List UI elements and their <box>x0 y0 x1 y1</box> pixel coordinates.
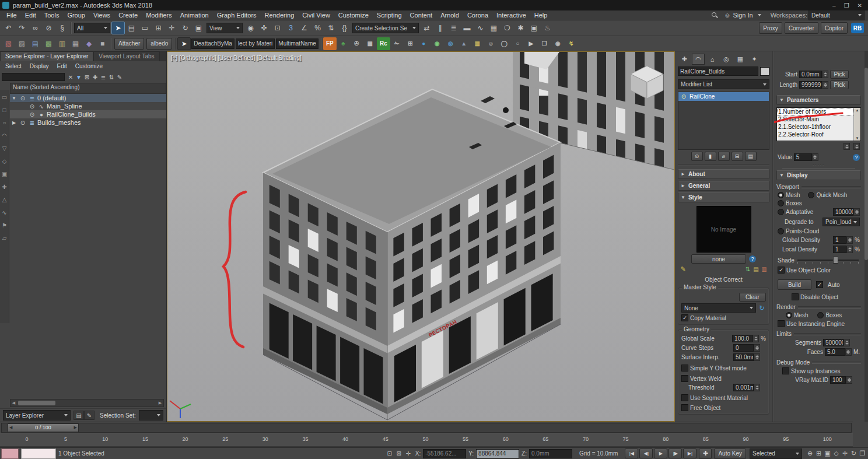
zoom-all-icon[interactable]: ⊞ <box>814 450 823 457</box>
boxes-radio[interactable] <box>778 200 784 206</box>
explorer-search-input[interactable] <box>2 73 65 81</box>
selection-filter-dropdown[interactable]: All <box>74 23 110 33</box>
time-slider-handle[interactable]: ◀ 0 / 100 ▶ <box>8 423 79 432</box>
rollout-resize-handle[interactable]: ∙∙∙∙∙ <box>782 163 855 169</box>
parameter-list-item[interactable]: 2.Selector-Main <box>777 115 853 123</box>
display-toggle-icon-9[interactable]: △ <box>1 196 9 203</box>
go-to-start-button[interactable]: |◀ <box>625 449 638 458</box>
object-row-railclone-builds[interactable]: ⊙ ● RailClone_Builds <box>10 110 166 118</box>
modifier-list-dropdown[interactable]: Modifier List <box>678 79 769 89</box>
build-button[interactable]: Build <box>778 279 811 290</box>
show-end-result-icon[interactable]: ▮ <box>705 152 716 161</box>
mountain-icon[interactable]: ▲ <box>457 37 471 50</box>
viewport[interactable]: РЕСТОРАН [+] [Orthographic] [User Define… <box>167 51 675 422</box>
render-mesh-radio[interactable] <box>786 312 792 318</box>
menu-item[interactable]: Civil View <box>298 11 334 19</box>
display-toggle-icon-11[interactable]: ⚑ <box>1 222 9 229</box>
isolate-selection-icon[interactable]: ⊡ <box>385 450 394 457</box>
object-color-swatch[interactable] <box>760 67 769 76</box>
visibility-eye-icon[interactable]: ⊙ <box>19 119 27 126</box>
pin-stack-icon[interactable]: ⊙ <box>691 152 703 161</box>
master-style-none-dropdown[interactable]: None <box>681 303 756 313</box>
reorder-up-icon[interactable] <box>844 143 850 150</box>
play-icon[interactable]: ▶ <box>524 37 538 50</box>
fp-icon[interactable]: FP <box>323 37 337 50</box>
tab-viewport-layout[interactable]: Viewport Layout Tabs <box>93 51 159 61</box>
albedo-button[interactable]: albedo <box>146 38 172 50</box>
plugin-icon-2[interactable]: ▨ <box>15 37 29 50</box>
plugin-icon-5[interactable]: ▥ <box>55 37 69 50</box>
menu-item[interactable]: File <box>2 11 21 19</box>
x-coordinate-field[interactable]: -55186.62... <box>423 449 466 458</box>
sphere-icon[interactable]: ● <box>417 37 430 50</box>
cut-tool-icon[interactable]: ✁ <box>390 37 404 50</box>
angle-snap-icon[interactable]: ∠ <box>298 22 311 34</box>
render-boxes-radio[interactable] <box>817 312 824 318</box>
minimize-button[interactable]: – <box>832 2 836 9</box>
show-instances-checkbox[interactable] <box>782 367 789 374</box>
pan-icon[interactable]: ✛ <box>841 450 849 457</box>
z-coordinate-field[interactable]: 0.0mm <box>529 449 572 458</box>
rollout-display[interactable]: ▼ Display <box>776 170 861 180</box>
display-toggle-icon-8[interactable]: ✚ <box>1 183 9 190</box>
expand-arrow-icon[interactable]: ▶ <box>11 120 17 125</box>
style-export-icon[interactable]: ▥ <box>760 265 768 272</box>
style-save-icon[interactable]: ▤ <box>752 265 760 272</box>
mirror-icon[interactable]: ⇄ <box>420 22 433 34</box>
menu-item[interactable]: Content <box>406 11 437 19</box>
style-sync-icon[interactable]: ⇅ <box>744 265 752 272</box>
ring-icon[interactable]: ○ <box>511 37 524 50</box>
vray-matid-spinner[interactable]: 100 <box>830 376 852 384</box>
segments-spinner[interactable]: 500000 <box>823 339 850 346</box>
percent-snap-icon[interactable]: % <box>311 22 324 34</box>
menu-item[interactable]: Edit <box>21 11 40 19</box>
parameter-list-item[interactable]: 2.2.Selector-Roof <box>777 131 853 138</box>
lock-selection-icon[interactable]: ⊠ <box>394 450 404 457</box>
window-crossing-icon[interactable]: ⊞ <box>152 22 165 34</box>
plugin-icon-3[interactable]: ▤ <box>29 37 42 50</box>
rollout-general[interactable]: ► General <box>678 181 769 191</box>
puzzle-icon[interactable]: ❒ <box>538 37 551 50</box>
use-pivot-point-icon[interactable]: ◉ <box>244 22 257 34</box>
display-toggle-icon-5[interactable]: ▽ <box>1 145 9 152</box>
object-row-main-spline[interactable]: ⊙ ∿ Main_Spline <box>10 102 166 110</box>
degrade-to-dropdown[interactable]: Poin_loud <box>822 218 860 226</box>
length-spinner[interactable]: 9999999 <box>799 81 828 89</box>
rb-button[interactable]: RB <box>851 23 864 33</box>
workspace-dropdown[interactable]: Default <box>808 10 864 20</box>
absolute-mode-icon[interactable]: ✛ <box>404 450 413 457</box>
chart-icon[interactable]: ▥ <box>471 37 484 50</box>
select-and-move-icon[interactable]: ✛ <box>165 22 178 34</box>
visibility-eye-icon[interactable]: ⊙ <box>28 111 36 118</box>
proxy-button[interactable]: Proxy <box>759 22 782 34</box>
horizontal-scrollbar[interactable]: ◀ ▶ <box>10 399 164 407</box>
menu-item[interactable]: Create <box>114 11 142 19</box>
local-density-spinner[interactable]: 1 <box>833 246 853 253</box>
scroll-left-icon[interactable]: ◀ <box>10 401 17 405</box>
spinner-snap-icon[interactable]: ⇅ <box>324 22 338 34</box>
maximize-viewport-icon[interactable]: ❐ <box>858 450 867 457</box>
auto-checkbox[interactable]: ✓ <box>816 281 823 288</box>
explorer-edit-icon[interactable]: ✎ <box>84 411 94 420</box>
display-tab-icon[interactable]: ▦ <box>734 54 747 65</box>
render-setup-icon[interactable]: ✱ <box>514 22 527 34</box>
global-density-spinner[interactable]: 1 <box>833 236 853 244</box>
display-toggle-icon-7[interactable]: ▣ <box>1 170 9 177</box>
tab-scene-explorer[interactable]: Scene Explorer - Layer Explorer <box>0 51 93 61</box>
scroll-right-icon[interactable]: ▶ <box>157 401 163 405</box>
curve-editor-icon[interactable]: ∿ <box>474 22 487 34</box>
disable-object-checkbox[interactable] <box>792 293 799 300</box>
previous-frame-button[interactable]: ◀| <box>639 449 653 458</box>
pointer-tool-icon[interactable]: ➤ <box>177 37 191 50</box>
menu-item[interactable]: Customize <box>334 11 373 19</box>
hammer-icon[interactable]: ✇ <box>350 37 363 50</box>
close-button[interactable]: ✕ <box>858 2 862 9</box>
rollout-about[interactable]: ► About <box>678 169 769 179</box>
redo-icon[interactable]: ↷ <box>15 22 29 34</box>
lock-explorer-icon[interactable]: ⊠ <box>83 73 91 80</box>
display-toggle-icon-1[interactable]: ▭ <box>1 93 9 100</box>
scroll-up-icon[interactable]: ▲ <box>856 108 859 112</box>
modify-tab-icon[interactable]: ◠ <box>692 54 705 65</box>
time-slider-track[interactable]: ◀ 0 / 100 ▶ <box>1 423 852 433</box>
ribbon-toggle-icon[interactable]: ▬ <box>460 22 474 34</box>
